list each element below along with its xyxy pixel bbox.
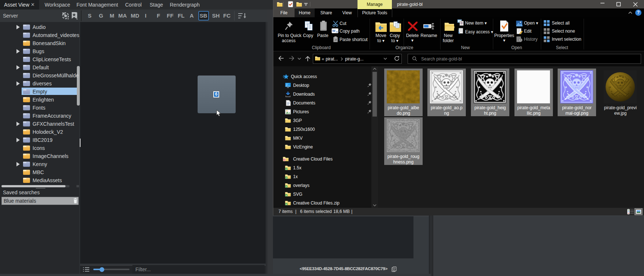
svg-text:W: W bbox=[332, 29, 336, 33]
